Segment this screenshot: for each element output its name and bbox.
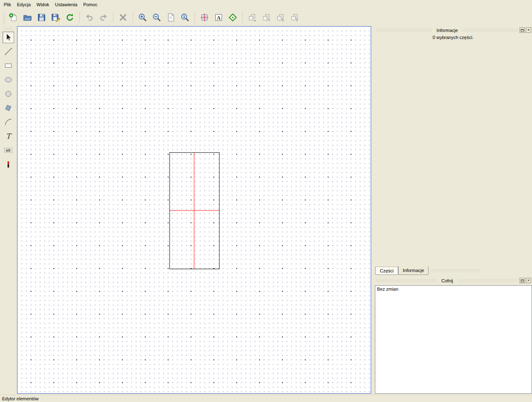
cursor-arrow-icon xyxy=(4,33,13,42)
open-button[interactable] xyxy=(20,11,34,24)
rectangle-tool-button[interactable] xyxy=(2,60,14,71)
main-toolbar: 1 A xyxy=(0,9,532,26)
menu-widok[interactable]: Widok xyxy=(34,1,52,8)
select-tool-button[interactable] xyxy=(2,32,14,43)
zoom-out-button[interactable] xyxy=(150,11,164,24)
dock-area: Informacje × 0 wybranych części. Części … xyxy=(374,26,532,395)
delete-button[interactable] xyxy=(116,11,130,24)
zoom-in-button[interactable] xyxy=(135,11,150,24)
zoom-out-icon xyxy=(152,13,161,22)
save-button[interactable] xyxy=(34,11,49,24)
dock-title-texture xyxy=(376,28,432,32)
menu-plik[interactable]: Plik xyxy=(1,1,14,8)
reload-arrow-icon xyxy=(65,13,74,22)
letter-a-icon: A xyxy=(214,13,223,22)
open-folder-icon xyxy=(23,13,32,22)
arc-icon xyxy=(4,118,13,127)
list-item[interactable]: Bez zmian xyxy=(375,286,532,292)
menu-edycja[interactable]: Edycja xyxy=(14,1,34,8)
undo-history-list[interactable]: Bez zmian xyxy=(375,285,532,394)
svg-text:1: 1 xyxy=(183,15,185,19)
status-bar: Edytor elementów xyxy=(0,395,532,402)
toolbar-separator xyxy=(79,12,80,22)
zoom-reset-button[interactable]: 1 xyxy=(178,11,192,24)
selection-info-text: 0 wybranych części. xyxy=(374,35,532,40)
terminal-icon xyxy=(4,160,13,169)
terminal-tool-button[interactable] xyxy=(2,159,14,170)
status-text: Edytor elementów xyxy=(2,396,39,401)
toolbar-separator xyxy=(195,12,195,22)
informacje-dock-titlebar[interactable]: Informacje × xyxy=(375,27,532,33)
svg-text:T: T xyxy=(6,132,12,140)
text-tool-button[interactable]: T xyxy=(2,130,14,142)
ellipse-tool-button[interactable] xyxy=(2,74,14,86)
toolbar-separator xyxy=(242,12,243,22)
toolbar-separator xyxy=(133,12,133,22)
edit-dimensions-button[interactable] xyxy=(197,11,212,24)
tab-informacje[interactable]: Informacje xyxy=(398,266,429,275)
undo-arrow-icon xyxy=(85,13,94,22)
bring-forward-icon xyxy=(276,13,285,22)
floppy-disk-icon xyxy=(37,13,46,22)
delete-cross-icon xyxy=(118,13,128,22)
zoom-fit-page-icon xyxy=(166,13,175,22)
cofnij-dock-title: Cofnij xyxy=(438,278,456,283)
close-icon: × xyxy=(527,279,530,282)
lower-button[interactable] xyxy=(259,11,273,24)
redo-button[interactable] xyxy=(96,11,111,24)
informacje-float-button[interactable] xyxy=(520,27,525,33)
reload-button[interactable] xyxy=(63,11,77,24)
textfield-tool-button[interactable]: ab xyxy=(2,145,14,156)
toolbar-handle[interactable] xyxy=(4,27,13,29)
zoom-in-icon xyxy=(138,13,147,22)
element-editing-canvas[interactable] xyxy=(17,26,371,394)
toolbar-separator xyxy=(113,12,113,22)
drawing-tools-toolbar: T ab xyxy=(0,26,17,395)
cofnij-float-button[interactable] xyxy=(520,278,525,283)
dock-title-texture xyxy=(462,28,519,32)
informacje-dock-title: Informacje xyxy=(433,28,461,33)
toolbar-handle[interactable] xyxy=(2,12,5,23)
circle-icon xyxy=(4,89,13,98)
arc-tool-button[interactable] xyxy=(2,116,14,128)
element-editor-window: Plik Edycja Widok Ustawienia Pomoc xyxy=(0,0,532,402)
float-icon xyxy=(521,279,524,282)
polygon-tool-button[interactable] xyxy=(2,102,14,114)
close-icon: × xyxy=(527,28,530,32)
save-as-button[interactable] xyxy=(49,11,63,24)
line-tool-button[interactable] xyxy=(2,46,14,57)
polygon-icon xyxy=(4,103,13,113)
rectangle-icon xyxy=(4,61,13,70)
edit-names-button[interactable]: A xyxy=(212,11,226,24)
grid-crosshair-icon xyxy=(200,13,209,22)
green-diamond-icon xyxy=(228,13,237,22)
menu-ustawienia[interactable]: Ustawienia xyxy=(52,1,80,8)
raise-button[interactable] xyxy=(245,11,259,24)
tab-czesci[interactable]: Części xyxy=(375,267,398,275)
new-document-button[interactable] xyxy=(6,11,20,24)
cofnij-dock-titlebar[interactable]: Cofnij × xyxy=(375,277,532,284)
menu-pomoc[interactable]: Pomoc xyxy=(80,1,100,8)
informacje-close-button[interactable]: × xyxy=(526,27,531,33)
send-backward-button[interactable] xyxy=(288,11,302,24)
edit-orientations-button[interactable] xyxy=(226,11,240,24)
bring-forward-button[interactable] xyxy=(273,11,288,24)
raise-icon xyxy=(248,13,257,22)
dock-tab-bar: Części Informacje xyxy=(375,266,480,275)
italic-t-icon: T xyxy=(4,132,13,141)
new-document-icon xyxy=(9,13,18,22)
redo-arrow-icon xyxy=(99,13,108,22)
zoom-reset-icon: 1 xyxy=(180,13,190,22)
undo-button[interactable] xyxy=(82,11,96,24)
ellipse-icon xyxy=(4,75,13,84)
dock-title-texture xyxy=(430,269,480,272)
menu-bar: Plik Edycja Widok Ustawienia Pomoc xyxy=(0,0,532,9)
cofnij-close-button[interactable]: × xyxy=(526,278,531,283)
zoom-fit-button[interactable] xyxy=(164,11,178,24)
circle-tool-button[interactable] xyxy=(2,88,14,100)
element-drawing xyxy=(17,27,371,393)
dock-title-texture xyxy=(376,279,437,282)
text-field-icon: ab xyxy=(4,146,13,155)
lower-icon xyxy=(262,13,271,22)
floppy-pencil-icon xyxy=(51,13,60,22)
